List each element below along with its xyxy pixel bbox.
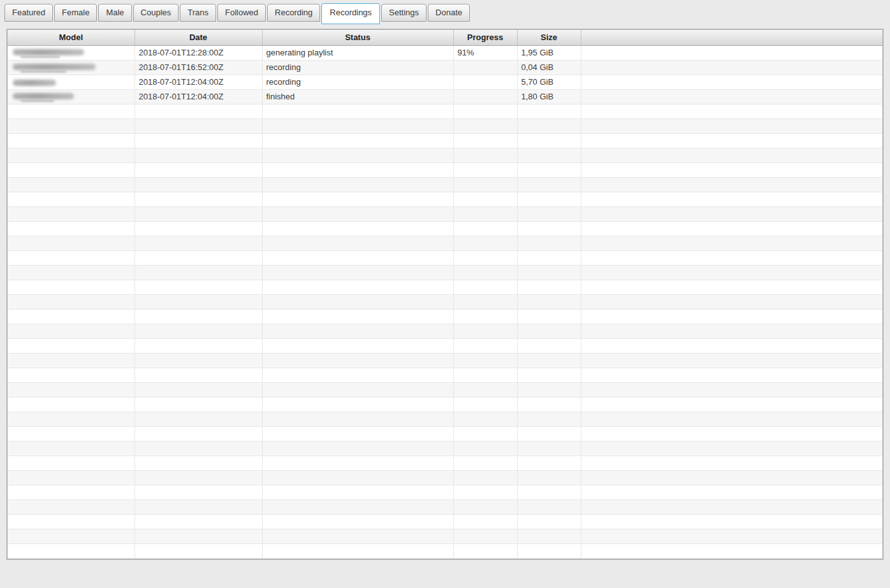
empty-cell [453,382,517,397]
empty-cell [581,514,882,529]
empty-cell [517,470,581,485]
empty-cell [517,529,581,543]
empty-cell [8,265,135,280]
empty-cell [517,221,581,236]
table-row-empty [8,397,882,412]
empty-cell [135,294,262,309]
empty-cell [8,397,135,412]
tab-female[interactable]: Female [54,4,97,22]
column-header-size[interactable]: Size [517,30,581,45]
empty-cell [517,162,581,177]
empty-cell [453,133,517,148]
empty-cell [8,543,135,558]
table-row-empty [8,309,882,324]
tab-followed[interactable]: Followed [217,4,266,22]
table-row-empty [8,148,882,162]
tab-male[interactable]: Male [98,4,131,22]
empty-cell [8,382,135,397]
table-row-empty [8,118,882,133]
empty-cell [262,177,453,192]
size-cell: 5,70 GiB [517,75,581,89]
empty-cell [8,148,135,162]
table-row-empty [8,338,882,353]
column-header-date[interactable]: Date [135,30,262,45]
empty-cell [135,280,262,294]
empty-cell [135,353,262,368]
empty-cell [453,426,517,441]
empty-cell [453,543,517,558]
empty-cell [453,412,517,426]
size-cell: 0,04 GiB [517,60,581,75]
blank-cell [581,75,882,89]
recordings-grid: ModelDateStatusProgressSize 2018-07-01T1… [8,30,882,559]
empty-cell [453,309,517,324]
column-header-status[interactable]: Status [262,30,453,45]
empty-cell [135,499,262,514]
empty-cell [8,133,135,148]
table-row-empty [8,162,882,177]
empty-cell [581,133,882,148]
date-cell: 2018-07-01T12:28:00Z [135,45,262,60]
table-row-empty [8,206,882,221]
table-row-empty [8,470,882,485]
empty-cell [581,499,882,514]
tab-bar: FeaturedFemaleMaleCouplesTransFollowedRe… [0,0,890,25]
empty-cell [135,397,262,412]
empty-cell [581,265,882,280]
empty-cell [8,236,135,250]
tab-couples[interactable]: Couples [133,4,179,22]
table-row-empty [8,514,882,529]
empty-cell [262,133,453,148]
empty-cell [262,324,453,338]
empty-cell [517,412,581,426]
empty-cell [8,206,135,221]
blank-cell [581,89,882,104]
empty-cell [135,148,262,162]
tab-recording[interactable]: Recording [267,4,320,22]
table-row-empty [8,133,882,148]
empty-cell [262,412,453,426]
column-header-blank[interactable] [581,30,882,45]
empty-cell [517,148,581,162]
empty-cell [135,514,262,529]
table-row[interactable]: 2018-07-01T16:52:00Zrecording0,04 GiB [8,60,882,75]
empty-cell [517,514,581,529]
empty-cell [581,192,882,206]
empty-cell [135,221,262,236]
empty-cell [581,309,882,324]
empty-cell [517,368,581,382]
empty-cell [453,250,517,265]
redacted-model-name [13,49,84,55]
table-row-empty [8,221,882,236]
empty-cell [135,206,262,221]
tab-recordings[interactable]: Recordings [321,3,380,24]
table-row-empty [8,499,882,514]
status-cell: recording [262,60,453,75]
model-cell [8,45,135,60]
empty-cell [453,221,517,236]
empty-cell [8,309,135,324]
table-row-empty [8,412,882,426]
table-row[interactable]: 2018-07-01T12:28:00Zgenerating playlist9… [8,45,882,60]
empty-cell [581,368,882,382]
empty-cell [135,470,262,485]
tab-featured[interactable]: Featured [4,4,53,22]
empty-cell [262,382,453,397]
column-header-model[interactable]: Model [8,30,135,45]
empty-cell [581,324,882,338]
size-cell: 1,80 GiB [517,89,581,104]
redacted-model-name [13,64,96,70]
tab-settings[interactable]: Settings [381,4,427,22]
table-row[interactable]: 2018-07-01T12:04:00Zfinished1,80 GiB [8,89,882,104]
tab-trans[interactable]: Trans [180,4,216,22]
empty-cell [581,412,882,426]
table-row[interactable]: 2018-07-01T12:04:00Zrecording5,70 GiB [8,75,882,89]
column-header-progress[interactable]: Progress [453,30,517,45]
empty-cell [453,148,517,162]
date-cell: 2018-07-01T12:04:00Z [135,75,262,89]
progress-cell [453,89,517,104]
empty-cell [453,118,517,133]
empty-cell [453,470,517,485]
empty-cell [8,514,135,529]
tab-donate[interactable]: Donate [428,4,470,22]
